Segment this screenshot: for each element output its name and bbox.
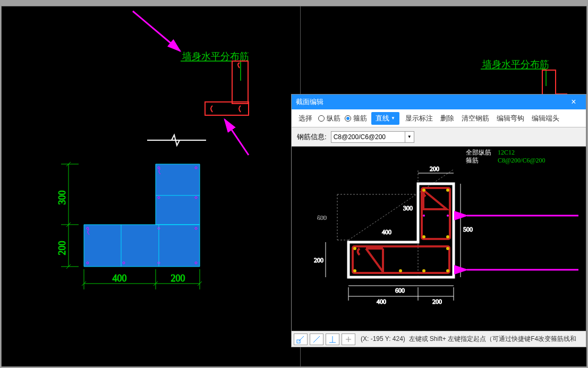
rebar-info-dropdown[interactable]: ▼ [405,131,414,143]
svg-text:600: 600 [317,214,327,221]
svg-line-0 [133,11,180,51]
svg-point-43 [422,235,425,238]
svg-text:200: 200 [57,241,67,255]
snap-perp-icon[interactable] [326,333,339,345]
snap-more-icon[interactable] [342,333,355,345]
caret-down-icon: ▼ [391,116,395,121]
rebar-info-bar: 钢筋信息: ▼ [292,127,586,147]
svg-text:300: 300 [403,204,413,212]
svg-point-41 [422,189,425,192]
close-button[interactable]: × [566,95,582,109]
svg-text:300: 300 [57,191,67,205]
svg-text:200: 200 [432,298,442,305]
svg-point-42 [446,189,449,192]
svg-point-49 [399,269,402,272]
snap-endpoint-icon[interactable] [294,333,308,345]
wall-rebar-label: 墙身水平分布筋 [182,51,249,62]
status-hint: 左键或 Shift+ 左键指定起点（可通过快捷键F4改变箍筋线和 [409,335,577,343]
edit-end-button[interactable]: 编辑端头 [530,113,561,124]
svg-text:400: 400 [113,273,127,284]
delete-button[interactable]: 删除 [439,113,456,124]
dialog-title: 截面编辑 [296,97,323,107]
svg-line-73 [299,336,304,341]
svg-line-74 [313,336,320,343]
svg-point-45 [353,247,356,250]
dialog-toolbar: 选择 纵筋 箍筋 直线▼ 显示标注 删除 清空钢筋 编辑弯钩 编辑端头 [292,109,586,127]
svg-text:200: 200 [171,273,185,284]
svg-text:500: 500 [463,226,473,233]
svg-text:200: 200 [314,256,323,264]
svg-point-46 [446,247,449,250]
left-drawing: 墙身水平分布筋 300 200 400 [2,6,299,367]
svg-point-52 [447,215,449,217]
legend-stir-val: C8@200/C6@200 [498,157,545,164]
svg-rect-2 [232,61,248,104]
right-drawing: 墙身水平分布筋 [302,6,588,102]
dialog-statusbar: (X: -195 Y: 424) 左键或 Shift+ 左键指定起点（可通过快捷… [292,331,586,347]
snap-line-icon[interactable] [310,333,323,345]
svg-text:400: 400 [382,228,391,236]
svg-text:400: 400 [377,298,386,305]
dialog-titlebar[interactable]: 截面编辑 × [292,95,586,109]
legend-stir-label: 箍筋 [466,157,479,164]
status-coords: (X: -195 Y: 424) [361,335,405,343]
svg-rect-31 [542,70,556,97]
svg-point-44 [446,235,449,238]
show-annot-button[interactable]: 显示标注 [404,113,434,124]
legend-long-val: 12C12 [498,149,515,156]
svg-point-48 [446,269,449,272]
svg-point-50 [422,269,425,272]
rebar-info-label: 钢筋信息: [297,132,327,142]
svg-line-38 [348,169,454,240]
section-edit-dialog: 截面编辑 × 选择 纵筋 箍筋 直线▼ 显示标注 删除 清空钢筋 编辑弯钩 编辑… [291,94,586,347]
clear-rebar-button[interactable]: 清空钢筋 [460,113,491,124]
rebar-info-input[interactable] [331,131,405,143]
longitudinal-radio[interactable]: 纵筋 [318,114,340,123]
wall-rebar-label-right: 墙身水平分布筋 [482,59,549,70]
svg-text:200: 200 [430,165,439,173]
select-button[interactable]: 选择 [297,113,314,124]
svg-point-47 [353,269,356,272]
svg-point-51 [423,215,425,217]
wall-detail-top [205,61,249,115]
section-edit-canvas[interactable]: 全部纵筋 12C12 箍筋 C8@200/C6@200 [292,147,586,331]
legend-long-label: 全部纵筋 [466,149,491,156]
stirrup-radio[interactable]: 箍筋 [345,114,367,123]
svg-text:600: 600 [395,287,405,294]
line-dropdown[interactable]: 直线▼ [371,112,399,125]
svg-line-1 [225,119,249,155]
edit-hook-button[interactable]: 编辑弯钩 [495,113,526,124]
